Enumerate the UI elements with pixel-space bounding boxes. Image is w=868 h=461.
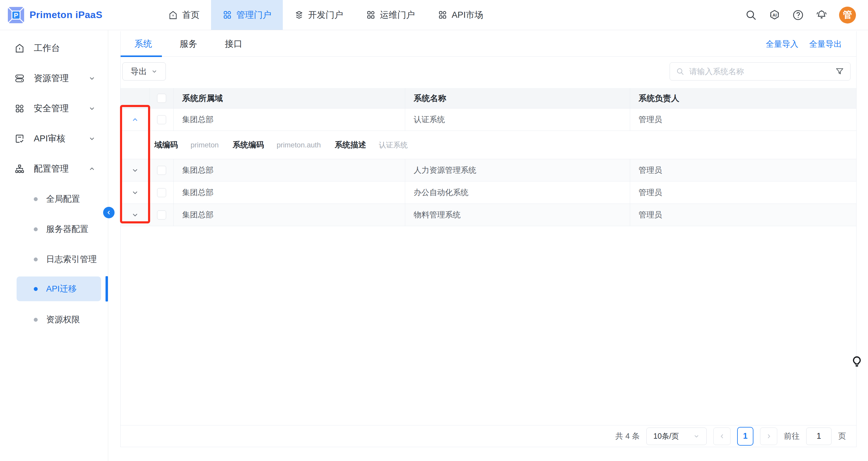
nav-label: 管理门户 (236, 9, 271, 21)
expand-column-header (121, 88, 150, 108)
toolbar: 导出 (122, 62, 850, 81)
chevron-left-icon (105, 209, 112, 216)
col-header-owner: 系统负责人 (630, 88, 856, 108)
lightbulb-icon[interactable] (850, 355, 864, 369)
cell-name: 认证系统 (405, 109, 630, 130)
sidebar-item-label: 资源管理 (34, 72, 69, 85)
sidebar-item-security-mgmt[interactable]: 安全管理 (0, 93, 108, 124)
cell-domain: 集团总部 (174, 182, 405, 204)
tabs-bar: 系统 服务 接口 全量导入 全量导出 (121, 31, 856, 57)
tab-service[interactable]: 服务 (166, 31, 211, 56)
next-page-button[interactable] (760, 428, 777, 445)
chevron-right-icon (765, 433, 772, 440)
sidebar-subitem-log-index-mgmt[interactable]: 日志索引管理 (0, 244, 108, 274)
page-size-select[interactable]: 10条/页 (646, 428, 707, 445)
nav-item-dev-portal[interactable]: 开发门户 (283, 0, 354, 30)
tab-interface[interactable]: 接口 (211, 31, 256, 56)
expand-row-icon[interactable] (131, 211, 139, 219)
cell-domain: 集团总部 (174, 159, 405, 181)
select-all-checkbox[interactable] (157, 94, 166, 103)
expand-row-icon[interactable] (131, 166, 139, 174)
nav-item-api-market[interactable]: API市场 (426, 0, 495, 30)
col-header-domain: 系统所属域 (174, 88, 405, 108)
grid-icon (222, 10, 232, 20)
sidebar-item-workbench[interactable]: 工作台 (0, 33, 108, 63)
tab-system[interactable]: 系统 (121, 31, 166, 56)
goto-page-input[interactable] (806, 428, 832, 445)
nav-label: 开发门户 (308, 9, 343, 21)
cell-domain: 集团总部 (174, 109, 405, 130)
detail-label: 系统描述 (335, 140, 366, 150)
bullet-dot-icon (34, 318, 38, 322)
chevron-left-icon (718, 433, 726, 440)
cell-owner: 管理员 (630, 182, 856, 204)
chevron-down-icon (88, 75, 96, 82)
nav-item-admin-portal[interactable]: 管理门户 (211, 0, 283, 30)
expand-row-icon[interactable] (131, 189, 139, 196)
nav-item-ops-portal[interactable]: 运维门户 (354, 0, 426, 30)
row-checkbox[interactable] (157, 188, 166, 197)
table-row: 集团总部 办公自动化系统 管理员 (121, 182, 856, 204)
nav-item-home[interactable]: 首页 (157, 0, 211, 30)
tab-label: 系统 (134, 38, 152, 50)
goto-label: 前往 (784, 431, 800, 441)
export-button[interactable]: 导出 (122, 62, 166, 81)
sidebar-item-label: 安全管理 (34, 102, 69, 115)
full-import-link[interactable]: 全量导入 (766, 39, 798, 50)
sidebar-subitem-server-config[interactable]: 服务器配置 (0, 214, 108, 244)
brand[interactable]: P Primeton iPaaS (0, 0, 151, 30)
top-bar: P Primeton iPaaS 首页 (0, 0, 868, 30)
row-checkbox[interactable] (157, 115, 166, 124)
bell-icon[interactable] (815, 9, 828, 21)
row-checkbox[interactable] (157, 211, 166, 219)
svg-text:P: P (14, 11, 19, 19)
sidebar-item-config-mgmt[interactable]: 配置管理 (0, 154, 108, 184)
tab-label: 服务 (180, 38, 197, 50)
table-row: 集团总部 人力资源管理系统 管理员 (121, 159, 856, 182)
sidebar-subitem-global-config[interactable]: 全局配置 (0, 184, 108, 214)
grid-icon (438, 10, 447, 20)
col-header-name: 系统名称 (405, 88, 630, 108)
export-button-label: 导出 (130, 66, 147, 77)
filter-icon[interactable] (835, 67, 844, 76)
detail-label: 系统编码 (232, 140, 264, 150)
search-box (670, 62, 850, 81)
brand-logo-icon: P (7, 6, 25, 24)
tab-label: 接口 (225, 38, 242, 50)
table-header-row: 系统所属域 系统名称 系统负责人 (121, 88, 856, 109)
cell-domain: 集团总部 (174, 204, 405, 226)
nav-label: 首页 (182, 9, 199, 21)
cell-name: 办公自动化系统 (405, 182, 630, 204)
sidebar-subitem-resource-permission[interactable]: 资源权限 (0, 305, 108, 335)
nav-label: 运维门户 (380, 9, 415, 21)
search-input[interactable] (689, 67, 830, 76)
cell-owner: 管理员 (630, 204, 856, 226)
sidebar-subitem-label: 服务器配置 (46, 223, 88, 235)
nav-label: API市场 (452, 9, 483, 21)
row-checkbox[interactable] (157, 166, 166, 175)
collapse-row-icon[interactable] (131, 116, 139, 124)
top-nav: 首页 管理门户 开发门户 (157, 0, 495, 30)
detail-value: primeton.auth (276, 141, 321, 149)
search-icon[interactable] (745, 9, 757, 21)
chevron-down-icon (693, 433, 700, 439)
avatar[interactable]: 管 (839, 7, 856, 24)
chevron-down-icon (88, 105, 96, 112)
chevron-up-icon (88, 165, 96, 173)
ai-icon[interactable]: AI (769, 9, 781, 21)
bullet-dot-icon (34, 227, 38, 231)
sidebar-subitem-api-migration[interactable]: API迁移 (17, 276, 101, 301)
prev-page-button[interactable] (713, 428, 731, 445)
detail-label: 域编码 (154, 140, 178, 150)
full-export-link[interactable]: 全量导出 (809, 39, 842, 50)
active-indicator-bar (105, 276, 108, 302)
systems-table: 系统所属域 系统名称 系统负责人 集团总部 认证系统 管理员 (121, 88, 856, 226)
sidebar-item-api-review[interactable]: API审核 (0, 124, 108, 154)
sidebar-collapse-button[interactable] (103, 207, 115, 218)
sidebar-item-resource-mgmt[interactable]: 资源管理 (0, 63, 108, 93)
help-icon[interactable] (792, 9, 804, 21)
current-page-button[interactable]: 1 (737, 427, 753, 445)
chevron-down-icon (151, 68, 158, 75)
app-root: P Primeton iPaaS 首页 (0, 0, 868, 461)
expanded-detail-row: 域编码 primeton 系统编码 primeton.auth 系统描述 认证系… (121, 131, 856, 159)
